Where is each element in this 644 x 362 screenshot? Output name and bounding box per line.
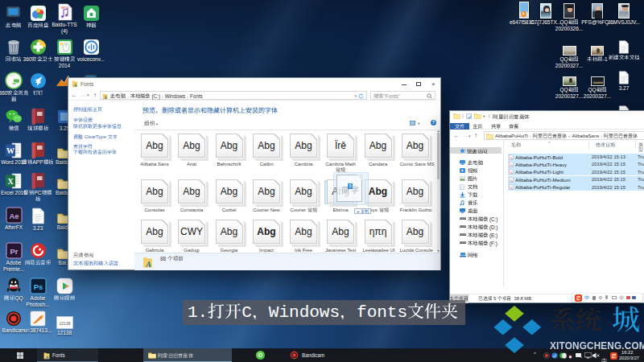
svg-text:A: A bbox=[73, 83, 77, 88]
svg-text:12138: 12138 bbox=[59, 321, 70, 326]
svg-text:MP3: MP3 bbox=[60, 6, 68, 10]
svg-text:A: A bbox=[103, 95, 107, 100]
svg-text:Pr: Pr bbox=[10, 247, 18, 256]
svg-text:Ae: Ae bbox=[9, 212, 19, 220]
svg-text:A: A bbox=[45, 355, 49, 360]
svg-text:X: X bbox=[7, 177, 14, 186]
svg-text:W: W bbox=[6, 146, 14, 155]
svg-text:Ps: Ps bbox=[33, 282, 43, 291]
svg-text:A: A bbox=[145, 260, 151, 269]
